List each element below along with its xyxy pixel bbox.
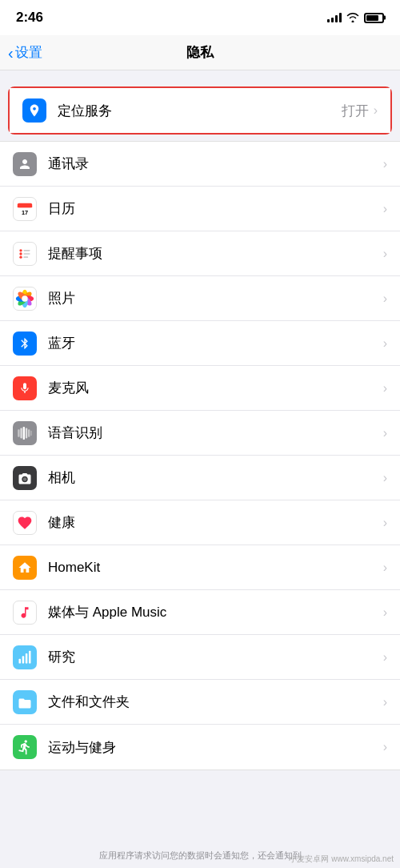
svg-rect-19 (18, 429, 19, 437)
svg-rect-21 (23, 427, 25, 440)
back-button[interactable]: ‹ 设置 (8, 43, 42, 62)
photos-item[interactable]: 照片 › (0, 276, 400, 321)
svg-rect-7 (23, 250, 30, 251)
calendar-item[interactable]: 17 日历 › (0, 187, 400, 231)
svg-rect-24 (30, 430, 32, 435)
research-item[interactable]: 研究 › (0, 635, 400, 680)
files-item[interactable]: 文件和文件夹 › (0, 680, 400, 725)
svg-point-5 (19, 252, 22, 255)
reminders-icon (13, 242, 37, 266)
svg-rect-28 (26, 653, 28, 664)
fitness-icon (13, 735, 37, 759)
research-chevron-icon: › (383, 650, 387, 665)
watermark-text: 小麦安卓网 www.xmsipda.net (289, 854, 394, 865)
homekit-label: HomeKit (48, 560, 383, 576)
music-icon (13, 601, 37, 625)
calendar-icon: 17 (13, 197, 37, 221)
health-label: 健康 (48, 513, 383, 532)
status-bar: 2:46 (0, 0, 400, 35)
contacts-chevron-icon: › (383, 157, 387, 171)
location-value: 打开 (342, 102, 369, 120)
speech-label: 语音识别 (48, 424, 383, 442)
svg-point-4 (19, 249, 22, 251)
microphone-chevron-icon: › (383, 381, 387, 396)
files-label: 文件和文件夹 (48, 693, 383, 711)
bluetooth-chevron-icon: › (383, 336, 387, 351)
back-chevron-icon: ‹ (8, 45, 14, 61)
reminders-svg-icon (17, 246, 33, 262)
fitness-label: 运动与健身 (48, 738, 383, 757)
reminders-item[interactable]: 提醒事项 › (0, 231, 400, 276)
speech-item[interactable]: 语音识别 › (0, 411, 400, 456)
speech-chevron-icon: › (383, 426, 387, 440)
svg-rect-9 (23, 256, 28, 258)
svg-rect-23 (28, 429, 30, 437)
files-icon (13, 690, 37, 714)
health-chevron-icon: › (383, 516, 387, 530)
photos-label: 照片 (48, 289, 383, 307)
svg-rect-26 (19, 658, 22, 663)
media-label: 媒体与 Apple Music (48, 603, 383, 621)
svg-text:17: 17 (22, 209, 28, 216)
files-chevron-icon: › (383, 695, 387, 709)
homekit-chevron-icon: › (383, 561, 387, 575)
camera-icon (13, 466, 37, 490)
bluetooth-item[interactable]: 蓝牙 › (0, 321, 400, 366)
calendar-chevron-icon: › (383, 202, 387, 216)
location-chevron-icon: › (374, 103, 378, 118)
fitness-svg-icon (17, 739, 33, 755)
photos-icon (13, 287, 37, 311)
bluetooth-label: 蓝牙 (48, 334, 383, 352)
bluetooth-svg-icon (18, 336, 31, 351)
back-label: 设置 (15, 43, 42, 62)
contacts-label: 通讯录 (48, 155, 383, 173)
homekit-svg-icon (18, 561, 32, 575)
microphone-item[interactable]: 麦克风 › (0, 366, 400, 411)
research-svg-icon (17, 649, 33, 665)
wifi-icon (346, 13, 359, 22)
location-services-item[interactable]: 定位服务 打开 › (10, 88, 390, 133)
files-svg-icon (18, 696, 32, 709)
status-time: 2:46 (16, 10, 43, 26)
location-svg-icon (27, 103, 42, 118)
location-services-highlighted: 定位服务 打开 › (8, 86, 392, 135)
camera-item[interactable]: 相机 › (0, 456, 400, 500)
calendar-svg-icon: 17 (16, 200, 34, 218)
research-label: 研究 (48, 648, 383, 666)
speech-svg-icon (17, 427, 33, 440)
nav-bar: ‹ 设置 隐私 (0, 35, 400, 70)
svg-point-6 (19, 255, 22, 258)
health-icon (13, 511, 37, 535)
svg-rect-27 (22, 656, 25, 663)
svg-rect-20 (20, 428, 22, 438)
photos-chevron-icon: › (383, 291, 387, 306)
svg-rect-29 (29, 650, 31, 663)
homekit-item[interactable]: HomeKit › (0, 545, 400, 590)
health-item[interactable]: 健康 › (0, 500, 400, 545)
reminders-chevron-icon: › (383, 247, 387, 261)
signal-icon (327, 13, 342, 22)
svg-rect-8 (23, 253, 30, 255)
photos-svg-icon (14, 287, 36, 311)
fitness-item[interactable]: 运动与健身 › (0, 725, 400, 770)
health-svg-icon (17, 515, 33, 531)
calendar-label: 日历 (48, 199, 383, 218)
location-icon (22, 98, 46, 123)
fitness-chevron-icon: › (383, 740, 387, 754)
homekit-icon (13, 556, 37, 580)
page-title: 隐私 (186, 43, 214, 62)
bluetooth-icon (13, 332, 37, 356)
contacts-item[interactable]: 通讯录 › (0, 142, 400, 187)
status-icons (327, 13, 384, 23)
contacts-icon (13, 152, 37, 176)
speech-icon (13, 421, 37, 445)
media-item[interactable]: 媒体与 Apple Music › (0, 590, 400, 635)
content-area: 定位服务 打开 › 通讯录 › 17 (0, 70, 400, 783)
privacy-list: 通讯录 › 17 日历 › (0, 141, 400, 770)
microphone-label: 麦克风 (48, 379, 383, 397)
camera-chevron-icon: › (383, 471, 387, 485)
reminders-label: 提醒事项 (48, 244, 383, 263)
location-label: 定位服务 (58, 102, 342, 120)
microphone-icon (13, 376, 37, 400)
camera-label: 相机 (48, 468, 383, 487)
